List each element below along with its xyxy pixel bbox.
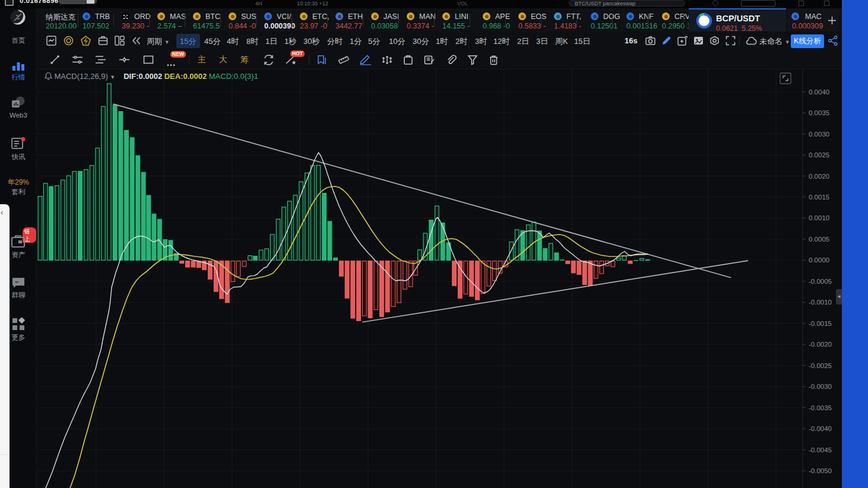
svg-text:0.0005: 0.0005 [809,236,829,243]
svg-text:0.0035: 0.0035 [809,109,829,116]
svg-text:0.0040: 0.0040 [809,88,829,96]
svg-text:-0.0030: -0.0030 [809,383,832,390]
svg-text:-0.0045: -0.0045 [809,446,832,454]
svg-text:-0.0005: -0.0005 [809,278,832,285]
svg-text:-0.0025: -0.0025 [809,362,832,369]
svg-text:0.0025: 0.0025 [809,151,829,159]
svg-text:0.0010: 0.0010 [809,214,829,221]
svg-text:-0.0040: -0.0040 [809,425,832,432]
svg-text:-0.0050: -0.0050 [809,467,832,474]
svg-text:-0.0035: -0.0035 [809,404,832,411]
svg-text:-0.0010: -0.0010 [809,299,832,306]
svg-text:0.0000: 0.0000 [809,256,829,264]
svg-text:0.0020: 0.0020 [809,173,829,180]
svg-text:-0.0020: -0.0020 [809,341,832,348]
svg-text:-0.0015: -0.0015 [809,320,832,327]
svg-text:0.0030: 0.0030 [809,131,829,138]
svg-text:0.0015: 0.0015 [809,194,829,201]
